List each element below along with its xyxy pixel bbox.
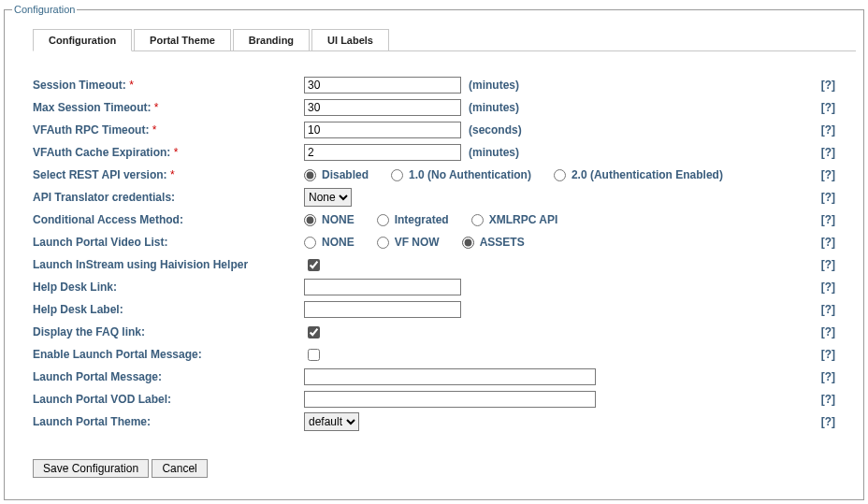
row-max-session-timeout: Max Session Timeout: * (minutes) [?]: [33, 96, 835, 119]
radio-rest-disabled[interactable]: Disabled: [304, 168, 369, 181]
button-bar: Save Configuration Cancel: [33, 459, 856, 478]
tab-bar: Configuration Portal Theme Branding UI L…: [33, 28, 856, 51]
unit-seconds: (seconds): [469, 123, 522, 137]
radio-vl-assets[interactable]: ASSETS: [462, 236, 525, 249]
radio-cam-none[interactable]: NONE: [304, 213, 354, 226]
tab-configuration[interactable]: Configuration: [33, 29, 132, 51]
select-launch-portal-theme[interactable]: default: [304, 412, 359, 431]
row-rest-api-version: Select REST API version: * Disabled 1.0 …: [33, 164, 835, 186]
label-launch-instream-haivision: Launch InStream using Haivision Helper: [33, 258, 341, 271]
help-session-timeout[interactable]: [?]: [807, 79, 835, 92]
row-launch-portal-video-list: Launch Portal Video List: NONE VF NOW AS…: [33, 231, 835, 253]
help-vfauth-rpc-timeout[interactable]: [?]: [807, 123, 835, 137]
tab-portal-theme[interactable]: Portal Theme: [134, 29, 231, 51]
radiogroup-conditional-access: NONE Integrated XMLRPC API: [304, 213, 557, 226]
help-launch-portal-theme[interactable]: [?]: [807, 415, 835, 428]
row-launch-portal-message: Launch Portal Message: [?]: [33, 366, 835, 388]
label-session-timeout: Session Timeout: *: [33, 79, 304, 92]
save-button[interactable]: Save Configuration: [33, 459, 149, 478]
label-vfauth-rpc-timeout: VFAuth RPC Timeout: *: [33, 123, 304, 137]
label-display-faq-link: Display the FAQ link:: [33, 325, 304, 338]
tab-branding[interactable]: Branding: [233, 29, 310, 51]
radio-cam-integrated[interactable]: Integrated: [377, 213, 449, 226]
row-vfauth-rpc-timeout: VFAuth RPC Timeout: * (seconds) [?]: [33, 119, 835, 141]
input-launch-portal-message[interactable]: [304, 368, 596, 385]
label-api-translator-credentials: API Translator credentials:: [33, 191, 304, 204]
fieldset-legend: Configuration: [12, 4, 77, 15]
radiogroup-video-list: NONE VF NOW ASSETS: [304, 236, 525, 249]
help-api-translator-credentials[interactable]: [?]: [807, 191, 835, 204]
help-help-desk-link[interactable]: [?]: [807, 281, 835, 294]
label-help-desk-link: Help Desk Link:: [33, 281, 304, 294]
radiogroup-rest-api: Disabled 1.0 (No Authentication) 2.0 (Au…: [304, 168, 723, 181]
radio-rest-10[interactable]: 1.0 (No Authentication): [391, 168, 531, 181]
label-vfauth-cache-expiration: VFAuth Cache Expiration: *: [33, 146, 304, 159]
cancel-button[interactable]: Cancel: [152, 459, 207, 478]
row-enable-launch-portal-message: Enable Launch Portal Message: [?]: [33, 343, 835, 366]
row-display-faq-link: Display the FAQ link: [?]: [33, 321, 835, 343]
help-launch-instream-haivision[interactable]: [?]: [807, 258, 835, 271]
label-max-session-timeout: Max Session Timeout: *: [33, 101, 304, 114]
input-vfauth-cache-expiration[interactable]: [304, 144, 461, 161]
radio-cam-xmlrpc[interactable]: XMLRPC API: [471, 213, 558, 226]
input-help-desk-link[interactable]: [304, 279, 461, 295]
help-vfauth-cache-expiration[interactable]: [?]: [807, 146, 835, 159]
unit-minutes: (minutes): [469, 79, 519, 92]
row-conditional-access-method: Conditional Access Method: NONE Integrat…: [33, 209, 835, 231]
input-help-desk-label[interactable]: [304, 301, 461, 318]
label-launch-portal-message: Launch Portal Message:: [33, 370, 304, 383]
radio-vl-none[interactable]: NONE: [304, 236, 354, 249]
row-session-timeout: Session Timeout: * (minutes) [?]: [33, 74, 835, 96]
help-max-session-timeout[interactable]: [?]: [807, 101, 835, 114]
help-launch-portal-vod-label[interactable]: [?]: [807, 393, 835, 406]
unit-minutes: (minutes): [469, 146, 519, 159]
label-conditional-access-method: Conditional Access Method:: [33, 213, 304, 226]
input-launch-portal-vod-label[interactable]: [304, 391, 596, 408]
tab-ui-labels[interactable]: UI Labels: [311, 29, 389, 51]
help-rest-api-version[interactable]: [?]: [807, 168, 835, 181]
row-vfauth-cache-expiration: VFAuth Cache Expiration: * (minutes) [?]: [33, 141, 835, 164]
input-vfauth-rpc-timeout[interactable]: [304, 122, 461, 138]
row-help-desk-link: Help Desk Link: [?]: [33, 276, 835, 298]
label-enable-launch-portal-message: Enable Launch Portal Message:: [33, 348, 304, 361]
row-help-desk-label: Help Desk Label: [?]: [33, 298, 835, 321]
label-launch-portal-vod-label: Launch Portal VOD Label:: [33, 393, 304, 406]
label-rest-api-version: Select REST API version: *: [33, 168, 304, 181]
help-enable-launch-portal-message[interactable]: [?]: [807, 348, 835, 361]
checkbox-enable-launch-portal-message[interactable]: [308, 349, 320, 361]
row-launch-portal-theme: Launch Portal Theme: default [?]: [33, 410, 835, 433]
unit-minutes: (minutes): [469, 101, 519, 114]
row-launch-instream-haivision: Launch InStream using Haivision Helper […: [33, 253, 835, 276]
input-max-session-timeout[interactable]: [304, 99, 461, 116]
help-help-desk-label[interactable]: [?]: [807, 303, 835, 316]
select-api-translator-credentials[interactable]: None: [304, 188, 352, 207]
radio-rest-20[interactable]: 2.0 (Authentication Enabled): [554, 168, 723, 181]
radio-vl-vfnow[interactable]: VF NOW: [377, 236, 440, 249]
help-display-faq-link[interactable]: [?]: [807, 325, 835, 338]
label-launch-portal-theme: Launch Portal Theme:: [33, 415, 304, 428]
checkbox-display-faq-link[interactable]: [308, 326, 320, 338]
row-launch-portal-vod-label: Launch Portal VOD Label: [?]: [33, 388, 835, 410]
input-session-timeout[interactable]: [304, 77, 461, 94]
help-launch-portal-message[interactable]: [?]: [807, 370, 835, 383]
label-help-desk-label: Help Desk Label:: [33, 303, 304, 316]
row-api-translator-credentials: API Translator credentials: None [?]: [33, 186, 835, 209]
help-launch-portal-video-list[interactable]: [?]: [807, 236, 835, 249]
checkbox-launch-instream-haivision[interactable]: [308, 259, 320, 271]
configuration-fieldset: Configuration Configuration Portal Theme…: [4, 4, 864, 500]
help-conditional-access-method[interactable]: [?]: [807, 213, 835, 226]
label-launch-portal-video-list: Launch Portal Video List:: [33, 236, 304, 249]
